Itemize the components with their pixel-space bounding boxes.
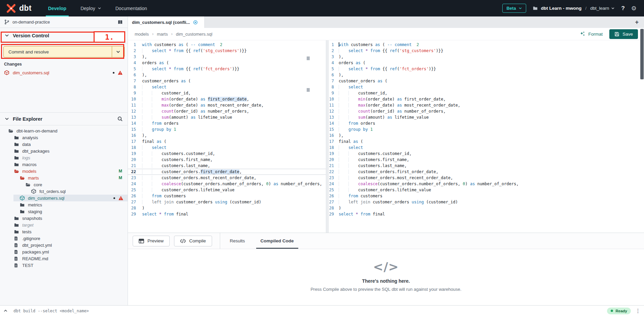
tree-item-data[interactable]: data	[0, 141, 128, 148]
commit-options-chevron[interactable]	[112, 46, 124, 57]
tree-item-staging[interactable]: staging	[0, 208, 128, 215]
code-line[interactable]: 6),	[128, 72, 326, 78]
code-line[interactable]: 19 customers.customer_id,	[329, 151, 644, 157]
code-line[interactable]: 6),	[329, 72, 644, 78]
tree-item-metrics[interactable]: metrics	[0, 201, 128, 208]
help-icon[interactable]: ?	[621, 5, 624, 12]
code-line[interactable]: 1with customers as ( -- comment 2	[128, 42, 326, 48]
kebab-menu-icon[interactable]: ⋮	[635, 308, 641, 314]
tree-item-logs[interactable]: logs	[0, 154, 128, 161]
code-line[interactable]: 25 customer_orders.lifetime_value	[329, 187, 644, 193]
code-line[interactable]: 26 from customers	[329, 193, 644, 199]
settings-gear-icon[interactable]: ⚙	[631, 5, 637, 11]
tree-item-core[interactable]: core	[0, 181, 128, 188]
commit-and-resolve-button[interactable]: Commit and resolve	[3, 46, 125, 57]
code-line[interactable]: 8 select	[329, 84, 644, 90]
code-line[interactable]: 9 customer_id,	[329, 90, 644, 96]
git-branch-row[interactable]: on-demand-practice	[0, 16, 128, 28]
file-explorer-header[interactable]: File Explorer	[0, 112, 128, 125]
tree-item--gitignore[interactable]: .gitignore	[0, 235, 128, 242]
docs-book-icon[interactable]	[117, 19, 123, 25]
code-line[interactable]: 23 customer_orders.most_recent_order_dat…	[329, 175, 644, 181]
preview-button[interactable]: Preview	[133, 236, 170, 246]
code-line[interactable]: 5 select * from {{ ref('fct_orders')}}	[128, 66, 326, 72]
code-pane-left[interactable]: 1with customers as ( -- comment 22 selec…	[128, 40, 326, 233]
code-line[interactable]: 28)	[329, 205, 644, 211]
code-line[interactable]: 24 coalesce(customer_orders.number_of_or…	[329, 181, 644, 187]
code-line[interactable]: 10 min(order_date) as first_order_date,	[329, 96, 644, 102]
code-line[interactable]: 3),	[128, 54, 326, 60]
code-line[interactable]: 18 select	[329, 145, 644, 151]
changed-file-row[interactable]: dim_customers.sql	[0, 68, 128, 77]
code-line[interactable]: 11 max(order_date) as most_recent_order_…	[128, 102, 326, 108]
code-line[interactable]: 25 customer_orders.lifetime_value	[128, 187, 326, 193]
code-line[interactable]: 13 sum(amount) as lifetime_value	[329, 114, 644, 120]
code-line[interactable]: 21 customers.last_name,	[128, 163, 326, 169]
code-line[interactable]: 10 min(order_date) as first_order_date,	[128, 96, 326, 102]
code-line[interactable]: 16),	[128, 132, 326, 139]
code-pane-right[interactable]: 1with customers as ( -- comment 22 selec…	[329, 40, 644, 233]
code-line[interactable]: 24 coalesce(customer_orders.number_of_or…	[128, 181, 326, 187]
tree-item-readme-md[interactable]: README.md	[0, 255, 128, 262]
editor-scrollbar-thumb[interactable]	[640, 29, 644, 79]
code-line[interactable]: 22 customer_orders.first_order_date,	[329, 169, 644, 175]
code-line[interactable]: 7customer_orders as (	[329, 78, 644, 84]
code-line[interactable]: 14 from orders	[128, 120, 326, 126]
code-line[interactable]: 13 sum(amount) as lifetime_value	[128, 114, 326, 120]
new-tab-plus-icon[interactable]: +	[635, 19, 639, 26]
command-input[interactable]: dbt build --select <model_name>	[13, 309, 89, 313]
tree-item-marts[interactable]: martsM	[0, 174, 128, 181]
tree-item-dbt-packages[interactable]: dbt_packages	[0, 148, 128, 154]
compile-button[interactable]: Compile	[174, 236, 212, 246]
nav-deploy[interactable]: Deploy	[73, 0, 108, 16]
project-selector[interactable]: dbt_learn	[590, 6, 615, 11]
code-line[interactable]: 1with customers as ( -- comment 2	[329, 42, 644, 48]
tree-item-models[interactable]: modelsM	[0, 168, 128, 174]
pane-divider[interactable]	[326, 40, 329, 233]
code-line[interactable]: 4orders as (	[128, 60, 326, 66]
chevron-up-icon[interactable]	[3, 309, 8, 313]
nav-develop[interactable]: Develop	[41, 0, 73, 16]
nav-documentation[interactable]: Documentation	[108, 0, 154, 16]
code-line[interactable]: 15 group by 1	[329, 126, 644, 132]
tree-item-snapshots[interactable]: snapshots	[0, 215, 128, 222]
code-line[interactable]: 22 customer_orders.first_order_date,	[128, 169, 326, 175]
code-line[interactable]: 23 customer_orders.most_recent_order_dat…	[128, 175, 326, 181]
code-line[interactable]: 16),	[329, 132, 644, 139]
tree-item-tests[interactable]: tests	[0, 228, 128, 235]
code-line[interactable]: 20 customers.first_name,	[329, 157, 644, 163]
code-line[interactable]: 29select * from final	[128, 211, 326, 217]
breadcrumb-file[interactable]: dim_customers.sql	[176, 32, 212, 37]
save-button[interactable]: Save	[609, 29, 638, 39]
code-line[interactable]: 15 group by 1	[128, 126, 326, 132]
tree-item-packages-yml[interactable]: packages.yml	[0, 248, 128, 255]
tab-results[interactable]: Results	[222, 233, 253, 249]
breadcrumb-marts[interactable]: marts	[157, 32, 168, 37]
code-line[interactable]: 3),	[329, 54, 644, 60]
tree-item-target[interactable]: target	[0, 222, 128, 228]
code-line[interactable]: 27 left join customer_orders using (cust…	[128, 199, 326, 205]
code-line[interactable]: 26 from customers	[128, 193, 326, 199]
code-line[interactable]: 17final as (	[329, 139, 644, 145]
code-line[interactable]: 12 count(order_id) as number_of_orders,	[329, 108, 644, 114]
account-selector[interactable]: dbt Learn - mwong / dbt_learn	[533, 6, 615, 11]
code-line[interactable]: 18 select	[128, 145, 326, 151]
tree-item-fct-orders-sql[interactable]: fct_orders.sql	[0, 188, 128, 195]
code-line[interactable]: 8 select	[128, 84, 326, 90]
code-line[interactable]: 2 select * from {{ ref('stg_customers')}…	[329, 48, 644, 54]
format-button[interactable]: Format	[580, 31, 603, 37]
code-line[interactable]: 17final as (	[128, 139, 326, 145]
breadcrumb-models[interactable]: models	[135, 32, 149, 37]
tree-item-analysis[interactable]: analysis	[0, 134, 128, 141]
tree-item-test[interactable]: TEST	[0, 262, 128, 269]
search-icon[interactable]	[117, 116, 123, 122]
code-line[interactable]: 19 customers.customer_id,	[128, 151, 326, 157]
beta-toggle[interactable]: Beta	[502, 4, 526, 13]
code-line[interactable]: 9 customer_id,	[128, 90, 326, 96]
code-line[interactable]: 7customer_orders as (	[128, 78, 326, 84]
code-line[interactable]: 27 left join customer_orders using (cust…	[329, 199, 644, 205]
tree-item-macros[interactable]: macros	[0, 161, 128, 168]
dbt-logo[interactable]: dbt	[0, 3, 41, 13]
code-line[interactable]: 20 customers.first_name,	[128, 157, 326, 163]
tab-compiled-code[interactable]: Compiled Code	[253, 233, 302, 249]
